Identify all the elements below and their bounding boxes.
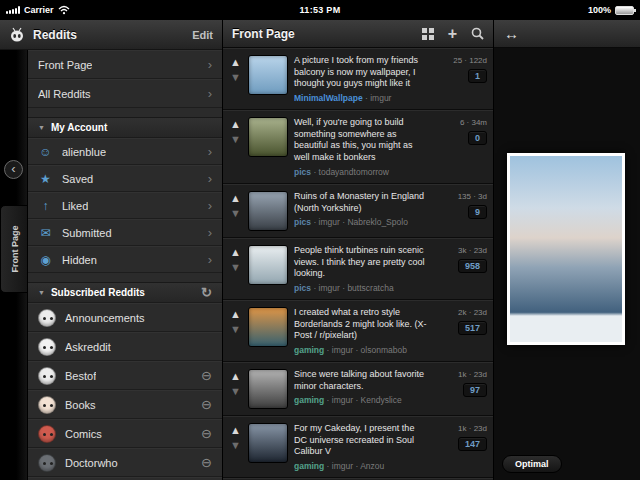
remove-subreddit-icon[interactable]: ⊖: [201, 368, 212, 383]
comment-count-badge[interactable]: 9: [468, 205, 487, 219]
post-subreddit[interactable]: gaming: [294, 461, 324, 471]
comment-count-badge[interactable]: 147: [458, 437, 487, 451]
post-subreddit[interactable]: gaming: [294, 395, 324, 405]
refresh-icon[interactable]: ↻: [201, 285, 212, 300]
post-meta: 135 · 3d9: [435, 191, 487, 219]
sidebar-item-label: Liked: [62, 200, 88, 212]
post-thumbnail[interactable]: [248, 245, 288, 285]
section-header-subscribed-reddits[interactable]: ▼ Subscribed Reddits ↻: [28, 282, 222, 303]
upvote-icon[interactable]: ▲: [230, 309, 241, 320]
grid-view-icon[interactable]: [422, 28, 434, 40]
post-subreddit[interactable]: pics: [294, 217, 311, 227]
downvote-icon[interactable]: ▼: [230, 72, 241, 83]
back-button[interactable]: ‹: [4, 160, 23, 179]
preview-image[interactable]: [507, 153, 625, 345]
post-meta: 1k · 23d147: [435, 423, 487, 451]
upvote-icon[interactable]: ▲: [230, 57, 241, 68]
post-content: I created what a retro style Borderlands…: [294, 307, 429, 355]
upvote-icon[interactable]: ▲: [230, 371, 241, 382]
remove-subreddit-icon[interactable]: ⊖: [201, 455, 212, 470]
downvote-icon[interactable]: ▼: [230, 262, 241, 273]
sidebar-item-label: Submitted: [62, 227, 112, 239]
sidebar-list: Front Page›All Reddits› ▼ My Account ☺al…: [28, 50, 222, 480]
upvote-icon[interactable]: ▲: [230, 119, 241, 130]
downvote-icon[interactable]: ▼: [230, 208, 241, 219]
post-row[interactable]: ▲▼Well, if you're going to build somethi…: [223, 110, 493, 184]
snoo-avatar: [38, 367, 56, 385]
post-score-age: 3k · 23d: [458, 246, 487, 255]
sidebar-item-all-reddits[interactable]: All Reddits›: [28, 79, 222, 108]
sidebar-item-doctorwho[interactable]: Doctorwho⊖: [28, 448, 222, 477]
vote-controls: ▲▼: [229, 245, 242, 273]
vote-controls: ▲▼: [229, 191, 242, 219]
post-subreddit[interactable]: pics: [294, 283, 311, 293]
post-row[interactable]: ▲▼I created what a retro style Borderlan…: [223, 300, 493, 362]
post-tags: pics · imgur · buttscratcha: [294, 283, 429, 293]
remove-subreddit-icon[interactable]: ⊖: [201, 426, 212, 441]
post-tags: pics · imgur · Nabreklo_Spolo: [294, 217, 429, 227]
post-thumbnail[interactable]: [248, 117, 288, 157]
feed-panel: Front Page + ▲▼A picture I took from my …: [222, 20, 494, 480]
optimal-button[interactable]: Optimal: [502, 455, 562, 473]
downvote-icon[interactable]: ▼: [230, 324, 241, 335]
post-subreddit[interactable]: gaming: [294, 345, 324, 355]
post-title: For my Cakeday, I present the DC univers…: [294, 423, 429, 458]
post-tags: pics · todayandtomorrow: [294, 167, 429, 177]
chevron-right-icon: ›: [208, 144, 212, 159]
sidebar-item-announcements[interactable]: Announcements: [28, 303, 222, 332]
sidebar-item-alienblue[interactable]: ☺alienblue›: [28, 138, 222, 165]
sidebar-item-askreddit[interactable]: Askreddit: [28, 332, 222, 361]
comment-count-badge[interactable]: 517: [458, 321, 487, 335]
feed-title: Front Page: [232, 27, 408, 41]
sidebar-item-saved[interactable]: ★Saved›: [28, 165, 222, 192]
snoo-avatar: [38, 425, 56, 443]
comment-count-badge[interactable]: 1: [468, 69, 487, 83]
front-page-edge-tab[interactable]: Front Page: [0, 205, 28, 293]
post-title: People think turbines ruin scenic views.…: [294, 245, 429, 280]
add-post-icon[interactable]: +: [448, 26, 457, 42]
post-thumbnail[interactable]: [248, 307, 288, 347]
post-thumbnail[interactable]: [248, 191, 288, 231]
sidebar-item-submitted[interactable]: ✉Submitted›: [28, 219, 222, 246]
upvote-icon[interactable]: ▲: [230, 425, 241, 436]
post-row[interactable]: ▲▼A picture I took from my friends balco…: [223, 48, 493, 110]
sidebar-item-bestof[interactable]: Bestof⊖: [28, 361, 222, 390]
sidebar-item-front-page[interactable]: Front Page›: [28, 50, 222, 79]
post-row[interactable]: ▲▼People think turbines ruin scenic view…: [223, 238, 493, 300]
post-row[interactable]: ▲▼Ruins of a Monastery in England (North…: [223, 184, 493, 238]
star-icon: ★: [38, 172, 53, 186]
upvote-icon[interactable]: ▲: [230, 247, 241, 258]
sidebar-item-liked[interactable]: ↑Liked›: [28, 192, 222, 219]
sidebar-item-hidden[interactable]: ◉Hidden›: [28, 246, 222, 273]
expand-width-icon[interactable]: ↔: [504, 25, 519, 42]
chevron-right-icon: ›: [208, 171, 212, 186]
sidebar-title: Reddits: [33, 28, 184, 42]
search-icon[interactable]: [471, 27, 484, 40]
clock: 11:53 PM: [166, 5, 474, 15]
upvote-icon[interactable]: ▲: [230, 193, 241, 204]
post-subreddit[interactable]: pics: [294, 167, 311, 177]
post-thumbnail[interactable]: [248, 423, 288, 463]
sidebar-item-comics[interactable]: Comics⊖: [28, 419, 222, 448]
post-thumbnail[interactable]: [248, 55, 288, 95]
remove-subreddit-icon[interactable]: ⊖: [201, 397, 212, 412]
post-row[interactable]: ▲▼For my Cakeday, I present the DC unive…: [223, 416, 493, 478]
post-list: ▲▼A picture I took from my friends balco…: [223, 48, 493, 480]
downvote-icon[interactable]: ▼: [230, 386, 241, 397]
comment-count-badge[interactable]: 958: [458, 259, 487, 273]
comment-count-badge[interactable]: 97: [463, 383, 487, 397]
downvote-icon[interactable]: ▼: [230, 440, 241, 451]
post-row[interactable]: ▲▼Since were talking about favorite mino…: [223, 362, 493, 416]
section-title: My Account: [51, 122, 107, 133]
downvote-icon[interactable]: ▼: [230, 134, 241, 145]
edit-button[interactable]: Edit: [192, 29, 213, 41]
post-score-age: 2k · 23d: [458, 308, 487, 317]
post-thumbnail[interactable]: [248, 369, 288, 409]
sidebar-header: Reddits Edit: [0, 20, 222, 50]
section-header-my-account[interactable]: ▼ My Account: [28, 117, 222, 138]
post-subreddit[interactable]: MinimalWallpape: [294, 93, 363, 103]
post-score-age: 6 · 34m: [460, 118, 487, 127]
comment-count-badge[interactable]: 0: [468, 131, 487, 145]
sidebar-item-books[interactable]: Books⊖: [28, 390, 222, 419]
section-title: Subscribed Reddits: [51, 287, 145, 298]
